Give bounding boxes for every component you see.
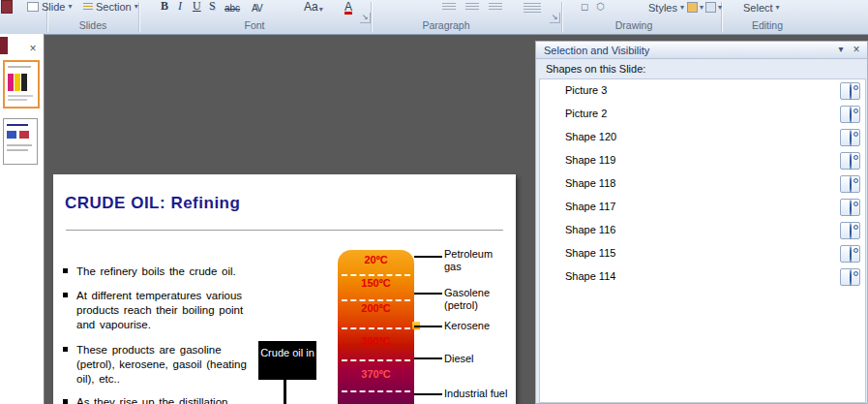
visibility-toggle-button[interactable] <box>840 152 860 170</box>
thumb-color-bar <box>8 74 14 91</box>
selection-pane-title: Selection and Visibility <box>536 45 649 56</box>
italic-button[interactable]: I <box>178 0 182 14</box>
outline-swatch <box>705 2 716 13</box>
shape-name[interactable]: Shape 118 <box>565 177 615 189</box>
shape-name[interactable]: Shape 119 <box>565 154 615 166</box>
connector-line <box>414 393 442 395</box>
text-shadow-button[interactable]: S <box>209 0 216 14</box>
numbering-icon[interactable] <box>464 1 480 14</box>
quick-styles-button[interactable]: Styles ▾ <box>648 2 684 14</box>
strikethrough-button[interactable]: abc <box>224 0 240 14</box>
shape-fill-icon[interactable]: ▾ <box>687 2 703 13</box>
shape-list-item[interactable]: Picture 3 <box>540 79 865 103</box>
product-label: Kerosene <box>444 320 490 332</box>
bullet-item[interactable]: The refinery boils the crude oil. <box>61 264 299 279</box>
distillation-column[interactable]: 20ºC 150ºC 200ºC 300ºC 370ºC <box>338 250 414 404</box>
shape-name[interactable]: Shape 117 <box>565 201 615 212</box>
pane-close-button[interactable]: × <box>850 43 863 56</box>
shape-list-item[interactable]: Shape 116 <box>540 219 865 242</box>
shape-outline-icon[interactable]: ▾ <box>705 2 722 13</box>
crude-oil-in-label[interactable]: Crude oil in <box>258 341 316 380</box>
thumb-color-bar <box>15 74 20 91</box>
selection-pane-header[interactable]: Selection and Visibility ▾ × <box>536 42 867 59</box>
eye-icon <box>850 130 852 146</box>
arrange-icon[interactable]: ⬡ <box>596 1 605 12</box>
chevron-down-icon: ▾ <box>680 4 684 12</box>
select-button-label: Select <box>743 2 773 14</box>
visibility-toggle-button[interactable] <box>840 175 860 193</box>
shape-name[interactable]: Shape 120 <box>565 131 616 142</box>
visibility-toggle-button[interactable] <box>840 106 860 123</box>
thumb-text-line <box>7 124 28 126</box>
shapes-gallery-icon[interactable]: ◻ <box>581 1 588 12</box>
shape-name[interactable]: Shape 114 <box>565 270 615 282</box>
shape-list-item[interactable]: Shape 115 <box>540 242 865 265</box>
slide-icon <box>27 2 39 12</box>
eye-icon <box>850 107 852 123</box>
crude-oil-pipe <box>284 380 286 404</box>
visibility-toggle-button[interactable] <box>840 245 860 263</box>
visibility-toggle-button[interactable] <box>840 199 860 216</box>
thumbnail-panel-close-button[interactable]: × <box>25 42 41 55</box>
font-color-button[interactable]: A <box>344 0 352 14</box>
product-label: Diesel <box>444 353 474 365</box>
shape-list-item[interactable]: Shape 120 <box>540 126 865 149</box>
bullet-item[interactable]: As they rise up the distillation <box>61 395 299 404</box>
visibility-toggle-button[interactable] <box>840 82 860 100</box>
font-dialog-launcher-icon[interactable]: ↘ <box>360 13 371 23</box>
shape-name[interactable]: Picture 2 <box>565 108 607 119</box>
chevron-down-icon: ▾ <box>718 4 722 12</box>
editing-group-label: Editing <box>752 19 783 31</box>
eye-icon <box>850 269 852 286</box>
shape-list-item[interactable]: Shape 114 <box>540 265 865 289</box>
shape-list-item[interactable]: Shape 117 <box>540 196 865 219</box>
slide-thumbnail-1[interactable] <box>3 60 40 109</box>
visibility-toggle-button[interactable] <box>840 268 860 286</box>
slides-thumbnail-panel: × <box>0 34 45 404</box>
shape-list-item[interactable]: Picture 2 <box>540 103 865 126</box>
indent-icon[interactable] <box>488 1 503 14</box>
selection-pane: Selection and Visibility ▾ × Shapes on t… <box>535 41 868 404</box>
dashed-divider <box>342 274 410 276</box>
chevron-down-icon: ▾ <box>319 6 323 14</box>
change-case-button[interactable]: Aa ▾ <box>304 0 323 14</box>
shape-list-item[interactable]: Shape 119 <box>540 149 865 172</box>
bullet-item[interactable]: At different temperatures various produc… <box>61 289 251 332</box>
underline-button[interactable]: U <box>193 0 201 14</box>
temperature-label: 300ºC <box>338 335 414 347</box>
character-spacing-button[interactable]: AV <box>252 0 262 14</box>
select-button[interactable]: Select ▾ <box>743 2 780 14</box>
ribbon: Slide ▾ Section ▾ B I U S abc AV Aa ▾ A … <box>0 0 868 35</box>
text-direction-icon[interactable] <box>523 1 542 14</box>
clipboard-icon <box>1 0 13 14</box>
slide-title[interactable]: CRUDE OIL: Refining <box>65 194 240 213</box>
visibility-toggle-button[interactable] <box>840 129 860 146</box>
bullets-icon[interactable] <box>441 1 457 14</box>
pane-menu-button[interactable]: ▾ <box>834 43 848 56</box>
dashed-divider <box>342 299 410 301</box>
paragraph-dialog-launcher-icon[interactable]: ↘ <box>550 13 560 23</box>
slide-layout-button[interactable]: Slide ▾ <box>27 1 72 13</box>
slide-canvas[interactable]: CRUDE OIL: Refining The refinery boils t… <box>53 174 516 404</box>
section-button[interactable]: Section ▾ <box>83 1 138 13</box>
shape-name[interactable]: Shape 115 <box>565 247 615 259</box>
shape-list-item[interactable]: Shape 118 <box>540 172 865 196</box>
connector-line <box>414 357 442 359</box>
eye-icon <box>850 200 852 216</box>
bold-button[interactable]: B <box>161 0 168 14</box>
eye-icon <box>850 83 852 100</box>
product-label: Petroleum gas <box>444 248 500 273</box>
section-icon <box>83 3 93 11</box>
shape-name[interactable]: Picture 3 <box>565 84 607 96</box>
visibility-toggle-button[interactable] <box>840 222 860 239</box>
thumb-text-line <box>8 99 27 101</box>
slide-thumbnail-2[interactable] <box>3 118 38 165</box>
shape-name[interactable]: Shape 116 <box>565 224 615 235</box>
bullet-item[interactable]: These products are gasoline (petrol), ke… <box>61 343 251 387</box>
panel-corner-icon <box>0 37 8 54</box>
eye-icon <box>850 153 852 170</box>
connector-line <box>414 326 442 327</box>
temperature-label: 370ºC <box>338 368 414 380</box>
connector-line <box>414 256 442 258</box>
product-label: Industrial fuel <box>444 388 507 400</box>
